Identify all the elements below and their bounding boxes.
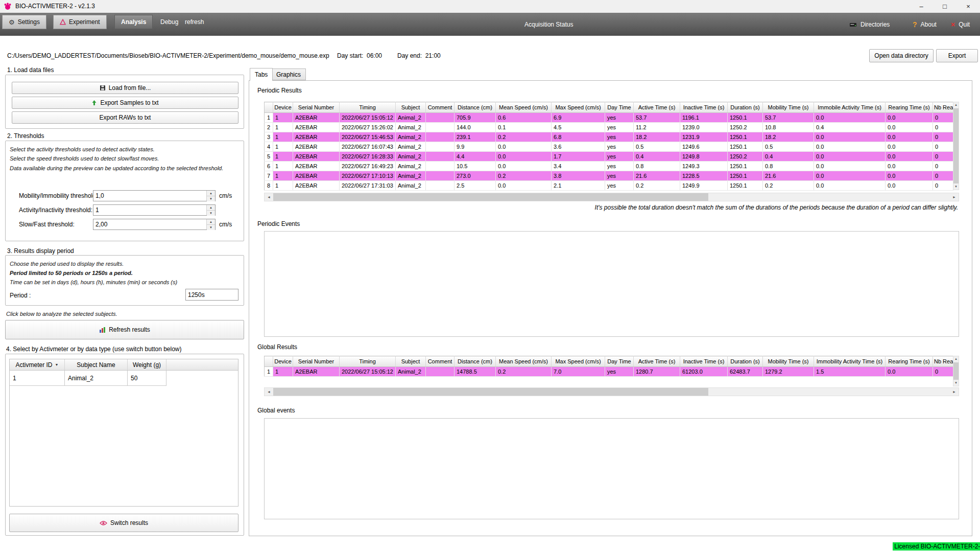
- cell[interactable]: Animal_2: [396, 181, 426, 191]
- scroll-left-icon[interactable]: ◄: [265, 193, 273, 201]
- cell[interactable]: 0.2: [763, 181, 814, 191]
- cell[interactable]: A2EBAR: [293, 162, 340, 171]
- cell[interactable]: 1250.1: [728, 162, 763, 171]
- spinner-buttons[interactable]: ▲ ▼: [206, 219, 215, 229]
- cell[interactable]: 62483.7: [728, 367, 763, 377]
- periodic-results-table[interactable]: DeviceSerial NumberTimingSubjectCommentD…: [264, 102, 953, 191]
- spin-up-icon[interactable]: ▲: [207, 191, 215, 196]
- cell[interactable]: 3.4: [552, 162, 605, 171]
- cell[interactable]: 144.0: [455, 123, 496, 132]
- table-row[interactable]: 21A2EBAR2022/06/27 15:26:02Animal_2144.0…: [265, 123, 953, 132]
- column-header[interactable]: Mean Speed (cm/s): [496, 102, 552, 113]
- cell[interactable]: 2022/06/27 15:05:12: [340, 113, 396, 123]
- cell[interactable]: 53.7: [763, 113, 814, 123]
- cell[interactable]: Animal_2: [396, 367, 426, 377]
- cell[interactable]: A2EBAR: [293, 142, 340, 152]
- scroll-up-icon[interactable]: ▲: [953, 102, 959, 108]
- cell[interactable]: 239.1: [455, 132, 496, 142]
- cell-subject-name[interactable]: Animal_2: [65, 371, 128, 386]
- tab-tabs[interactable]: Tabs: [250, 68, 273, 81]
- cell[interactable]: 1249.3: [680, 162, 728, 171]
- scrollbar-thumb[interactable]: [273, 193, 708, 201]
- table-row[interactable]: 61A2EBAR2022/06/27 16:49:23Animal_210.50…: [265, 162, 953, 171]
- cell[interactable]: A2EBAR: [293, 367, 340, 377]
- global-results-table[interactable]: DeviceSerial NumberTimingSubjectCommentD…: [264, 356, 953, 377]
- cell[interactable]: 1279.2: [763, 367, 814, 377]
- row-number[interactable]: 7: [265, 171, 273, 181]
- spinner-buttons[interactable]: ▲ ▼: [206, 205, 215, 215]
- column-header[interactable]: Device: [273, 356, 293, 367]
- cell[interactable]: [426, 181, 455, 191]
- slowfast-threshold-spinbox[interactable]: ▲ ▼: [93, 219, 216, 230]
- cell[interactable]: 1.5: [814, 367, 886, 377]
- column-header[interactable]: Serial Number: [293, 102, 340, 113]
- scroll-down-icon[interactable]: ▼: [953, 184, 959, 190]
- table-row[interactable]: 41A2EBAR2022/06/27 16:07:43Animal_29.90.…: [265, 142, 953, 152]
- cell[interactable]: yes: [605, 181, 634, 191]
- cell[interactable]: 1.7: [552, 152, 605, 162]
- cell[interactable]: 0: [933, 162, 953, 171]
- column-header[interactable]: Duration (s): [728, 102, 763, 113]
- table-row[interactable]: 11A2EBAR2022/06/27 15:05:12Animal_2705.9…: [265, 113, 953, 123]
- cell[interactable]: 1239.0: [680, 123, 728, 132]
- cell[interactable]: 10.5: [455, 162, 496, 171]
- cell[interactable]: 0: [933, 181, 953, 191]
- cell[interactable]: 0.0: [496, 162, 552, 171]
- cell[interactable]: 0.0: [886, 171, 933, 181]
- switch-results-button[interactable]: Switch results: [9, 514, 238, 532]
- column-header[interactable]: [265, 356, 273, 367]
- cell[interactable]: 4.4: [455, 152, 496, 162]
- cell[interactable]: 0.6: [496, 113, 552, 123]
- cell[interactable]: Animal_2: [396, 132, 426, 142]
- export-button[interactable]: Export: [936, 49, 978, 62]
- cell[interactable]: 1196.1: [680, 113, 728, 123]
- cell[interactable]: yes: [605, 367, 634, 377]
- directories-button[interactable]: Directories: [849, 13, 890, 36]
- cell[interactable]: 2022/06/27 15:46:53: [340, 132, 396, 142]
- row-number[interactable]: 4: [265, 142, 273, 152]
- cell[interactable]: 0.0: [886, 367, 933, 377]
- global-vertical-scrollbar[interactable]: ▲ ▼: [953, 356, 959, 386]
- column-header[interactable]: Mean Speed (cm/s): [496, 356, 552, 367]
- cell[interactable]: 0.0: [814, 162, 886, 171]
- quit-button[interactable]: × Quit: [951, 13, 970, 36]
- cell[interactable]: 1: [273, 162, 293, 171]
- cell[interactable]: 1: [273, 123, 293, 132]
- cell[interactable]: yes: [605, 113, 634, 123]
- tab-settings[interactable]: ⚙ Settings: [2, 15, 46, 29]
- column-header[interactable]: Max Speed (cm/s): [552, 356, 605, 367]
- cell[interactable]: 0.0: [814, 171, 886, 181]
- tab-experiment[interactable]: Experiment: [53, 15, 107, 29]
- column-header-subject-name[interactable]: Subject Name: [65, 359, 128, 370]
- table-row[interactable]: 81A2EBAR2022/06/27 17:31:03Animal_22.50.…: [265, 181, 953, 191]
- column-header[interactable]: Distance (cm): [455, 356, 496, 367]
- cell-activmeter-id[interactable]: 1: [10, 371, 65, 386]
- column-header[interactable]: Distance (cm): [455, 102, 496, 113]
- cell[interactable]: 0.1: [496, 123, 552, 132]
- cell[interactable]: 2022/06/27 17:10:13: [340, 171, 396, 181]
- cell[interactable]: 1250.2: [728, 152, 763, 162]
- cell[interactable]: 1250.2: [728, 123, 763, 132]
- cell[interactable]: 0.5: [634, 142, 680, 152]
- cell[interactable]: 0.8: [634, 162, 680, 171]
- column-header[interactable]: Immobility Activity Time (s): [814, 356, 886, 367]
- period-input-box[interactable]: [185, 289, 238, 301]
- cell[interactable]: 273.0: [455, 171, 496, 181]
- cell[interactable]: 0.0: [886, 123, 933, 132]
- spin-down-icon[interactable]: ▼: [207, 224, 215, 230]
- cell[interactable]: [426, 132, 455, 142]
- cell[interactable]: 2022/06/27 15:26:02: [340, 123, 396, 132]
- column-header[interactable]: Immobile Activity Time (s): [814, 102, 886, 113]
- cell[interactable]: 53.7: [634, 113, 680, 123]
- global-horizontal-scrollbar[interactable]: ◄ ►: [264, 387, 959, 396]
- column-header[interactable]: Inactive Time (s): [680, 102, 728, 113]
- column-header[interactable]: Mobility Time (s): [763, 102, 814, 113]
- column-header[interactable]: Device: [273, 102, 293, 113]
- cell[interactable]: 0.2: [496, 367, 552, 377]
- scrollbar-thumb[interactable]: [953, 362, 959, 380]
- cell[interactable]: 0.8: [763, 162, 814, 171]
- table-row[interactable]: 31A2EBAR2022/06/27 15:46:53Animal_2239.1…: [265, 132, 953, 142]
- column-header[interactable]: Timing: [340, 356, 396, 367]
- tab-graphics[interactable]: Graphics: [271, 68, 306, 80]
- cell[interactable]: A2EBAR: [293, 181, 340, 191]
